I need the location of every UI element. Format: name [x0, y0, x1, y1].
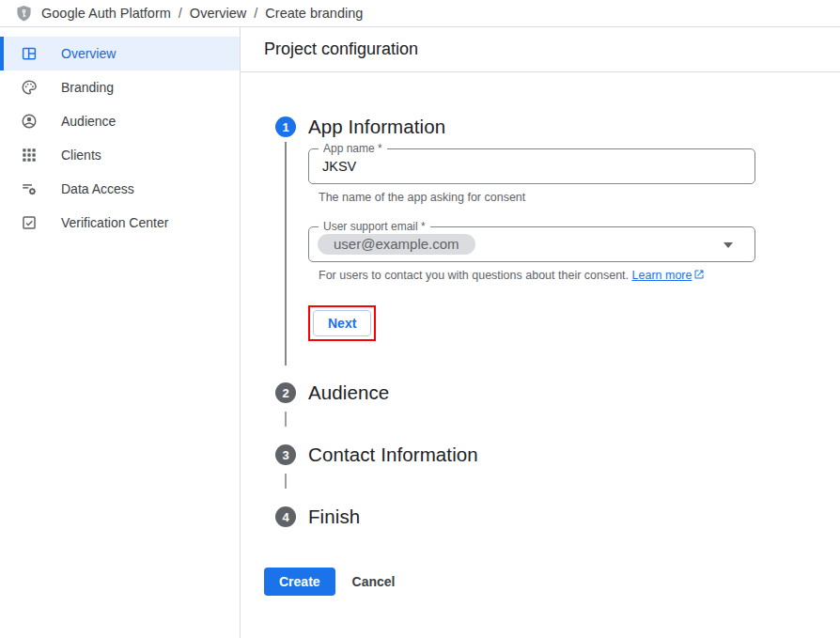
step-audience: 2 Audience: [275, 381, 840, 404]
auth-platform-shield-key-icon: [16, 5, 32, 23]
palette-icon: [21, 79, 38, 96]
list-gear-icon: [21, 180, 38, 197]
step-number-badge: 1: [275, 117, 296, 137]
form-actions: Create Cancel: [264, 568, 840, 596]
stepper-connector-line: [285, 412, 287, 427]
user-support-email-label: User support email *: [319, 221, 430, 233]
app-name-input[interactable]: [309, 159, 713, 174]
sidebar-item-overview[interactable]: Overview: [0, 37, 240, 70]
step-title: Finish: [308, 506, 360, 528]
creation-stepper: 1 App Information App name * The name of…: [275, 116, 840, 528]
sidebar-item-verification-center[interactable]: Verification Center: [0, 206, 240, 240]
breadcrumb-separator: /: [179, 6, 182, 21]
sidebar-item-branding[interactable]: Branding: [0, 70, 240, 104]
app-name-label: App name *: [319, 143, 387, 155]
learn-more-link[interactable]: Learn more: [632, 269, 692, 282]
app-name-helper-text: The name of the app asking for consent: [319, 191, 840, 204]
sidebar-item-label: Overview: [61, 46, 116, 61]
checkbox-icon: [21, 214, 38, 231]
cancel-button[interactable]: Cancel: [352, 574, 396, 589]
breadcrumb: Google Auth Platform / Overview / Create…: [41, 6, 363, 21]
sidebar-item-label: Audience: [61, 114, 116, 129]
overview-dashboard-icon: [21, 45, 38, 62]
breadcrumb-item-overview[interactable]: Overview: [190, 6, 246, 21]
main-panel: Project configuration 1 App Information …: [241, 27, 840, 638]
external-link-icon: [693, 269, 705, 283]
email-chip[interactable]: user@example.com: [318, 234, 475, 255]
step-title: Contact Information: [308, 443, 478, 466]
sidebar-item-clients[interactable]: Clients: [0, 138, 240, 172]
breadcrumb-separator: /: [254, 6, 257, 21]
sidebar-item-label: Data Access: [61, 181, 134, 196]
dropdown-caret-icon[interactable]: [723, 242, 733, 248]
create-button[interactable]: Create: [264, 568, 335, 596]
app-name-field[interactable]: App name *: [308, 148, 755, 184]
step-finish: 4 Finish: [275, 506, 840, 528]
sidebar-item-data-access[interactable]: Data Access: [0, 172, 240, 206]
email-helper-sentence: For users to contact you with questions …: [319, 269, 629, 282]
account-circle-icon: [21, 113, 38, 130]
apps-grid-icon: [21, 147, 38, 163]
next-button[interactable]: Next: [313, 310, 371, 336]
red-annotation-box: Next: [308, 305, 376, 341]
step-app-information: 1 App Information: [275, 116, 840, 138]
sidebar-item-label: Branding: [61, 80, 114, 95]
sidebar-nav: Overview Branding: [0, 27, 241, 638]
step-contact-information: 3 Contact Information: [275, 443, 840, 466]
breadcrumb-item-platform[interactable]: Google Auth Platform: [41, 6, 171, 21]
step-number-badge: 2: [275, 382, 296, 403]
page-title: Project configuration: [241, 27, 840, 72]
sidebar-item-label: Verification Center: [61, 215, 168, 230]
step-title: App Information: [308, 116, 445, 138]
breadcrumb-bar: Google Auth Platform / Overview / Create…: [0, 0, 840, 27]
step-title: Audience: [308, 381, 389, 404]
sidebar-item-audience[interactable]: Audience: [0, 104, 240, 138]
step-number-badge: 3: [275, 444, 296, 465]
user-support-email-field[interactable]: User support email * user@example.com: [308, 226, 755, 262]
sidebar-item-label: Clients: [61, 148, 101, 163]
step-number-badge: 4: [275, 506, 296, 527]
breadcrumb-item-create-branding: Create branding: [265, 6, 363, 21]
stepper-connector-line: [285, 474, 287, 489]
email-helper-text: For users to contact you with questions …: [319, 269, 840, 283]
step-app-information-body: App name * The name of the app asking fo…: [285, 142, 840, 366]
